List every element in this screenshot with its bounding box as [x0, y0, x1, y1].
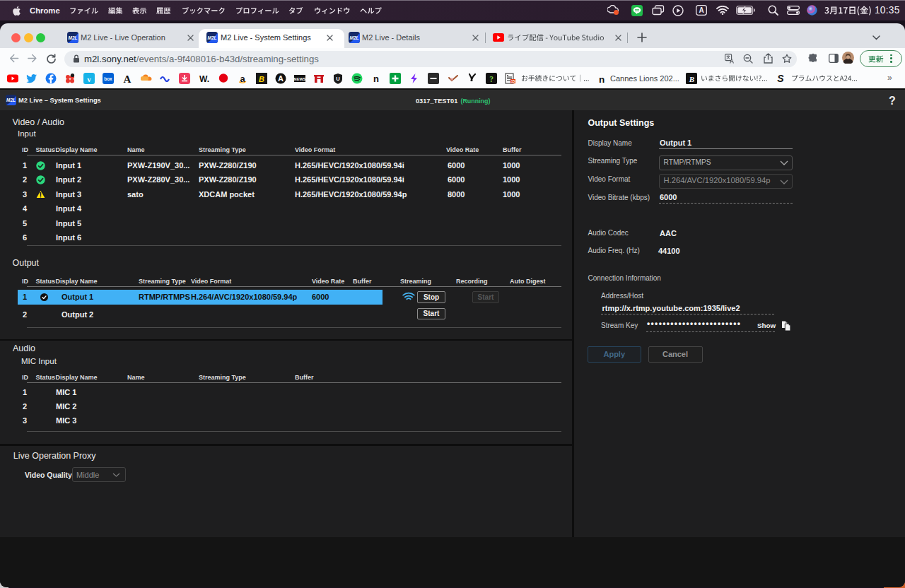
svg-text:M2L: M2L: [207, 35, 216, 40]
svg-text:M2L: M2L: [349, 35, 358, 40]
svg-text:?: ?: [489, 75, 494, 83]
svg-text:box: box: [104, 76, 112, 81]
svg-text:A: A: [124, 74, 132, 85]
svg-text:B: B: [689, 75, 694, 83]
svg-text:A: A: [278, 74, 284, 83]
svg-text:A: A: [699, 6, 703, 14]
svg-text:S: S: [777, 73, 784, 84]
svg-text:M2L: M2L: [68, 35, 77, 40]
svg-text:n: n: [373, 74, 379, 84]
svg-text:M2L: M2L: [6, 98, 16, 102]
svg-text:n: n: [599, 74, 605, 85]
svg-text:U: U: [336, 76, 339, 82]
svg-text:v: v: [87, 75, 91, 83]
svg-text:NEWS: NEWS: [294, 77, 305, 81]
svg-text:W.: W.: [199, 74, 209, 84]
svg-text:B: B: [259, 75, 264, 83]
svg-text:15: 15: [511, 79, 515, 83]
